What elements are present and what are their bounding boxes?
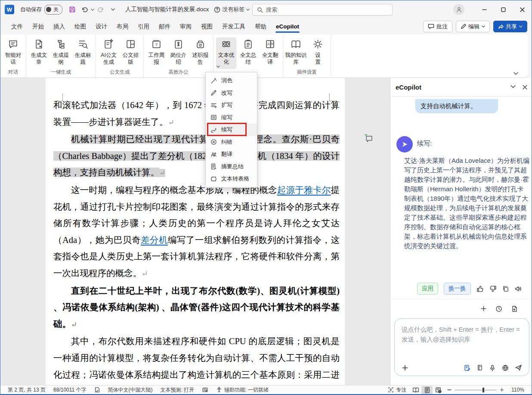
menu-item-rewrite[interactable]: 改写 — [206, 87, 257, 100]
menu-item-condense[interactable]: 缩写 — [206, 112, 257, 124]
tab-mailings[interactable]: 邮件 — [154, 20, 175, 34]
tab-references[interactable]: 引用 — [133, 20, 154, 34]
book-icon — [291, 39, 301, 50]
menu-item-summarize[interactable]: 摘要总结 — [206, 161, 257, 173]
mic-icon[interactable] — [489, 364, 496, 371]
tab-developer[interactable]: 开发工具 — [217, 20, 250, 34]
new-chat-button[interactable] — [480, 305, 487, 312]
close-button[interactable] — [513, 0, 532, 19]
page-indicator[interactable]: 第 2 页, 共 13 页 — [4, 386, 49, 394]
chat-input[interactable]: 说点什么吧，Shift + Enter = 换行，Enter = 发送，输入@选… — [394, 318, 529, 376]
word-count[interactable]: 68/10011 个字 — [49, 386, 90, 394]
full-translate-button[interactable]: 全文翻译 — [260, 37, 280, 67]
search-input[interactable]: 搜索 — [252, 4, 393, 16]
tab-layout[interactable]: 布局 — [112, 20, 133, 34]
text-optimize-button[interactable]: 文本优化 — [216, 37, 236, 69]
redo-button[interactable] — [95, 4, 106, 15]
save-button[interactable] — [67, 4, 78, 15]
document-area: 和滚轮式加法器（1642 年），到 1672 年发明了能够完成四则运算的计算装置… — [0, 78, 390, 385]
regenerate-button[interactable]: 换一换 — [444, 283, 471, 295]
menu-item-continue-writing[interactable]: 续写 — [206, 124, 257, 136]
zoom-level[interactable]: 110% — [507, 387, 528, 393]
editing-mode-button[interactable]: 编辑 — [456, 21, 490, 32]
document-page[interactable]: 和滚轮式加法器（1642 年），到 1672 年发明了能够完成四则运算的计算装置… — [46, 78, 345, 385]
accessibility-status[interactable]: 辅助功能: 一切就绪 — [212, 386, 272, 394]
minimize-button[interactable] — [475, 0, 494, 19]
weekly-report-button[interactable]: 工作周报 — [146, 37, 167, 67]
tab-review[interactable]: 审阅 — [175, 20, 196, 34]
hyperlink[interactable]: 起源于雅卡尔 — [277, 185, 331, 195]
thumb-up-icon[interactable] — [476, 285, 484, 292]
apply-button[interactable]: 应用 — [417, 283, 438, 295]
tab-file[interactable]: 文件 — [6, 20, 28, 34]
hyperlink[interactable]: 差分机 — [141, 235, 168, 245]
maximize-button[interactable] — [494, 0, 513, 19]
text-prediction-status[interactable]: 文本预测: 打开 — [157, 386, 198, 394]
read-mode-button[interactable] — [410, 386, 421, 394]
full-summary-button[interactable]: 全文总结 — [238, 37, 258, 67]
generate-article-button[interactable]: 生成文章 — [29, 37, 49, 67]
web-layout-button[interactable] — [433, 386, 444, 394]
word-logo[interactable]: W — [5, 5, 14, 14]
new-doc-icon[interactable] — [511, 305, 518, 312]
speaker-icon[interactable] — [514, 285, 522, 292]
send-icon[interactable] — [515, 364, 522, 371]
knowledge-base-button[interactable]: 我的知识库 — [286, 37, 306, 67]
autosave-toggle[interactable]: 关 — [44, 5, 62, 15]
prediction-icon[interactable] — [198, 387, 212, 393]
copy-icon[interactable] — [502, 286, 509, 292]
menu-item-polish[interactable]: 润色 — [206, 75, 257, 87]
tab-draw[interactable]: 绘图 — [70, 20, 91, 34]
comments-button[interactable]: 批注 — [423, 21, 452, 32]
history-clock-icon[interactable] — [495, 305, 502, 312]
proofing-icon[interactable] — [90, 387, 104, 393]
smart-chat-button[interactable]: 智能对话 — [3, 37, 23, 67]
language-indicator[interactable]: 简体中文(中国大陆) — [104, 386, 157, 394]
ai-doc-icon — [103, 39, 114, 50]
tab-design[interactable]: 设计 — [91, 20, 112, 34]
generate-outline-button[interactable]: 生成提纲 — [51, 37, 71, 67]
autosave-control[interactable]: 自动保存 关 — [20, 5, 62, 15]
tab-view[interactable]: 视图 — [196, 20, 217, 34]
ai-official-doc-button[interactable]: AI公文生成 — [99, 37, 119, 67]
tab-insert[interactable]: 插入 — [49, 20, 70, 34]
menu-item-translate[interactable]: 翻译 — [206, 148, 257, 161]
more-commands-button[interactable] — [107, 4, 118, 15]
menu-item-text-to-table[interactable]: 文本转表格 — [206, 173, 257, 185]
undo-button[interactable] — [79, 4, 90, 15]
menu-item-proofread[interactable]: 纠错 — [206, 136, 257, 149]
work-report-button[interactable]: 述职报告 — [190, 37, 210, 67]
collapse-ribbon-button[interactable] — [513, 72, 518, 75]
job-intro-button[interactable]: 岗位介绍 — [168, 37, 189, 67]
zoom-out-button[interactable] — [447, 388, 452, 392]
share-button[interactable]: 共享 — [493, 21, 527, 32]
print-layout-button[interactable] — [421, 386, 433, 394]
tab-ecopilot[interactable]: eCopilot — [271, 20, 304, 33]
panel-divider — [390, 299, 532, 299]
undo-chevron-icon[interactable] — [91, 9, 94, 11]
globe-icon[interactable] — [502, 364, 509, 371]
focus-button[interactable]: 专注 — [384, 386, 410, 394]
doc-edit-icon[interactable] — [464, 364, 470, 371]
user-avatar-icon[interactable] — [453, 4, 464, 15]
doc-typeset-button[interactable]: 公文排版 — [121, 37, 141, 67]
zoom-track[interactable] — [455, 390, 496, 390]
generate-title-button[interactable]: 生成标题 — [73, 37, 93, 67]
settings-button[interactable]: 设置 — [308, 37, 328, 67]
ribbon-group-plugin-settings: 我的知识库 设置 插件设置 — [283, 34, 331, 78]
zoom-in-button[interactable] — [500, 388, 504, 392]
collapse-panel-button[interactable] — [510, 85, 516, 90]
thumb-down-icon[interactable] — [489, 285, 497, 292]
ai-response-label: 续写: — [417, 140, 432, 148]
notebook-icon[interactable] — [476, 364, 483, 371]
chat-history[interactable]: 支持自动机械计算。 续写: 艾达·洛夫莱斯（Ada Lovelace）为分析机编… — [390, 96, 532, 299]
tab-help[interactable]: 帮助 — [250, 20, 271, 34]
close-panel-button[interactable] — [523, 85, 527, 90]
menu-item-expand[interactable]: 扩写 — [206, 99, 257, 112]
add-comment-icon[interactable] — [364, 134, 373, 142]
tab-home[interactable]: 开始 — [28, 20, 49, 34]
zoom-thumb[interactable] — [483, 388, 484, 392]
document-text[interactable]: 和滚轮式加法器（1642 年），到 1672 年发明了能够完成四则运算的计算装置… — [53, 97, 340, 385]
sensitivity-label[interactable]: 没有标签 — [214, 6, 250, 13]
add-attachment-button[interactable] — [402, 364, 408, 371]
